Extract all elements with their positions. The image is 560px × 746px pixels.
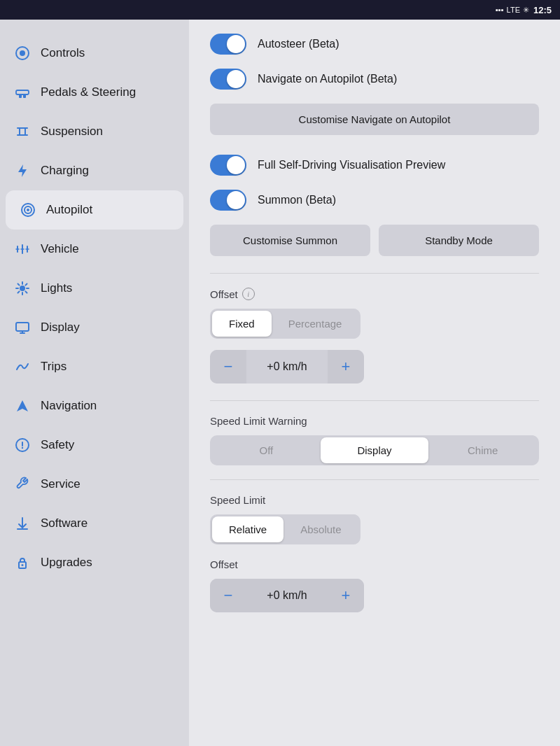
signal-icon: ▪▪▪ <box>496 6 504 14</box>
sidebar-item-software[interactable]: Software <box>0 504 189 543</box>
standby-mode-button[interactable]: Standby Mode <box>379 225 539 256</box>
sidebar-item-safety[interactable]: Safety <box>0 425 189 465</box>
sidebar-label-safety: Safety <box>41 438 74 452</box>
fsd-viz-toggle[interactable] <box>210 155 246 176</box>
sidebar-item-trips[interactable]: Trips <box>0 347 189 386</box>
offset-fixed-option[interactable]: Fixed <box>212 311 272 337</box>
sidebar-item-pedals[interactable]: Pedals & Steering <box>0 73 189 112</box>
status-bar: ▪▪▪ LTE ✳ 12:5 <box>0 0 560 20</box>
summon-btn-row: Customise Summon Standby Mode <box>210 225 539 256</box>
offset-stepper: − +0 km/h + <box>210 350 364 383</box>
svg-line-26 <box>25 284 27 286</box>
summon-toggle[interactable] <box>210 190 246 211</box>
svg-point-19 <box>20 286 25 291</box>
offset-section: Offset i Fixed Percentage − +0 km/h + <box>210 288 539 383</box>
speed-limit-section: Speed Limit Relative Absolute <box>210 494 539 544</box>
sidebar-item-charging[interactable]: Charging <box>0 151 189 190</box>
sidebar-label-suspension: Suspension <box>41 125 103 139</box>
summon-row: Summon (Beta) <box>210 190 539 211</box>
svg-line-25 <box>25 291 27 293</box>
fsd-viz-label: Full Self-Driving Visualisation Preview <box>258 159 445 171</box>
autosteer-row: Autosteer (Beta) <box>210 34 539 55</box>
main-content: Autosteer (Beta) Navigate on Autopilot (… <box>189 20 560 746</box>
sidebar-item-suspension[interactable]: Suspension <box>0 112 189 151</box>
speed-limit-warning-section: Speed Limit Warning Off Display Chime <box>210 415 539 465</box>
autosteer-toggle[interactable] <box>210 34 246 55</box>
svg-marker-31 <box>17 400 28 411</box>
sidebar-item-service[interactable]: Service <box>0 465 189 504</box>
sidebar-label-lights: Lights <box>41 281 72 295</box>
sidebar-label-software: Software <box>41 516 88 530</box>
customise-summon-button[interactable]: Customise Summon <box>210 225 370 256</box>
svg-rect-3 <box>19 94 22 98</box>
sidebar-label-navigation: Navigation <box>41 399 97 413</box>
upgrades-icon <box>14 554 31 571</box>
navigate-autopilot-label: Navigate on Autopilot (Beta) <box>258 73 397 85</box>
app-container: Controls Pedals & Steering <box>0 20 560 746</box>
speed-limit-label: Speed Limit <box>210 494 539 506</box>
speed-limit-offset-value: +0 km/h <box>246 589 328 602</box>
speed-limit-absolute[interactable]: Absolute <box>284 516 358 542</box>
svg-rect-28 <box>16 323 29 331</box>
sidebar-label-display: Display <box>41 321 80 335</box>
offset-percentage-option[interactable]: Percentage <box>272 311 359 337</box>
pedals-icon <box>14 84 31 101</box>
svg-marker-9 <box>18 164 27 177</box>
svg-line-24 <box>18 284 20 286</box>
offset-minus-button[interactable]: − <box>210 350 246 383</box>
speed-limit-plus-button[interactable]: + <box>328 579 364 612</box>
sidebar-label-trips: Trips <box>41 360 66 374</box>
lights-icon <box>14 280 31 297</box>
status-icons: ▪▪▪ LTE ✳ <box>496 6 529 15</box>
trips-icon <box>14 358 31 375</box>
sidebar-label-controls: Controls <box>41 46 85 60</box>
vehicle-icon <box>14 241 31 258</box>
svg-point-12 <box>27 209 29 211</box>
navigate-autopilot-row: Navigate on Autopilot (Beta) <box>210 69 539 90</box>
navigate-autopilot-toggle[interactable] <box>210 69 246 90</box>
speed-limit-offset-section: Offset − +0 km/h + <box>210 558 539 612</box>
offset-value: +0 km/h <box>246 360 328 373</box>
navigation-icon <box>14 397 31 414</box>
sidebar-item-controls[interactable]: Controls <box>0 34 189 73</box>
sidebar-item-navigation[interactable]: Navigation <box>0 386 189 425</box>
sidebar-label-upgrades: Upgrades <box>41 556 92 570</box>
speed-limit-warning-display[interactable]: Display <box>321 437 429 463</box>
offset-info-icon[interactable]: i <box>242 288 255 300</box>
speed-limit-offset-label: Offset <box>210 558 539 570</box>
divider-1 <box>210 273 539 274</box>
sidebar-label-pedals: Pedals & Steering <box>41 85 136 99</box>
svg-rect-2 <box>16 90 29 94</box>
sidebar-item-autopilot[interactable]: Autopilot <box>6 190 183 230</box>
service-icon <box>14 476 31 493</box>
speed-limit-warning-chime[interactable]: Chime <box>428 437 537 463</box>
svg-point-38 <box>22 564 24 566</box>
offset-plus-button[interactable]: + <box>328 350 364 383</box>
software-icon <box>14 515 31 532</box>
controls-icon <box>14 45 31 62</box>
offset-label: Offset i <box>210 288 539 300</box>
customise-navigate-button[interactable]: Customise Navigate on Autopilot <box>210 104 539 135</box>
autosteer-label: Autosteer (Beta) <box>258 38 340 50</box>
speed-limit-relative[interactable]: Relative <box>212 516 284 542</box>
autopilot-icon <box>20 202 36 218</box>
summon-label: Summon (Beta) <box>258 194 336 206</box>
status-time: 12:5 <box>533 5 552 15</box>
divider-2 <box>210 400 539 401</box>
svg-line-27 <box>18 291 20 293</box>
speed-limit-minus-button[interactable]: − <box>210 579 246 612</box>
fsd-viz-row: Full Self-Driving Visualisation Preview <box>210 155 539 176</box>
sidebar-item-upgrades[interactable]: Upgrades <box>0 543 189 582</box>
safety-icon <box>14 437 31 453</box>
svg-point-34 <box>22 447 23 449</box>
speed-limit-offset-stepper: − +0 km/h + <box>210 579 364 612</box>
svg-rect-4 <box>23 94 26 98</box>
sidebar-item-lights[interactable]: Lights <box>0 269 189 308</box>
sidebar-item-display[interactable]: Display <box>0 308 189 347</box>
display-icon <box>14 319 31 336</box>
speed-limit-warning-off[interactable]: Off <box>212 437 321 463</box>
sidebar-label-vehicle: Vehicle <box>41 242 79 256</box>
sidebar-item-vehicle[interactable]: Vehicle <box>0 230 189 269</box>
speed-limit-warning-segmented: Off Display Chime <box>210 435 539 465</box>
wifi-icon: LTE <box>507 6 520 14</box>
